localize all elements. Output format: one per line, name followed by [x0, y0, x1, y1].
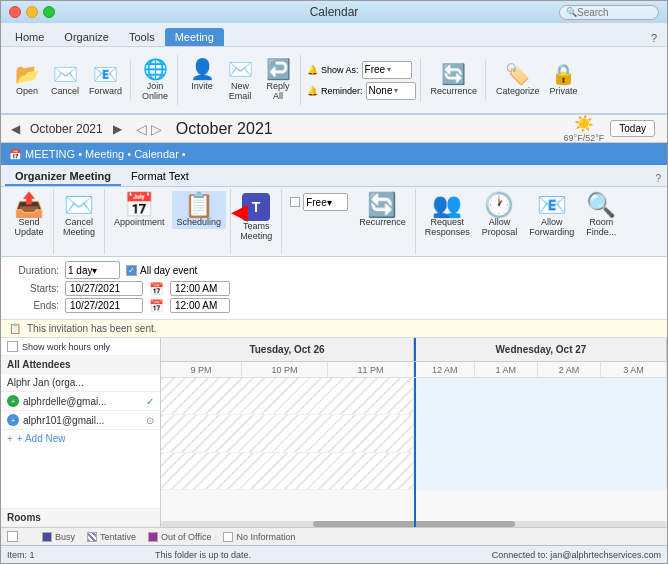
m-show-as-row: Free ▾ — [290, 193, 348, 211]
tab-tools[interactable]: Tools — [119, 28, 165, 46]
m-group-responses: 👥 RequestResponses 🕐 AllowProposal 📧 All… — [416, 189, 626, 254]
time-1am: 1 AM — [475, 362, 538, 377]
invite-icon: 👤 — [190, 59, 215, 79]
cancel-meeting-button[interactable]: ✉️ CancelMeeting — [58, 191, 100, 239]
close-button[interactable] — [9, 6, 21, 18]
m-group-views: 📅 Appointment 📋 Scheduling ◀ — [105, 189, 231, 254]
ends-date[interactable] — [65, 298, 143, 313]
scheduling-label: Scheduling — [177, 217, 222, 227]
work-hours-checkbox[interactable] — [7, 341, 18, 352]
tab-organize[interactable]: Organize — [54, 28, 119, 46]
ends-time[interactable] — [170, 298, 230, 313]
reminder-dropdown[interactable]: None ▾ — [366, 82, 416, 100]
tab-home[interactable]: Home — [5, 28, 54, 46]
calendar-nav: ◀ October 2021 ▶ ◁ ▷ October 2021 ☀️ 69°… — [1, 115, 667, 143]
allow-proposal-icon: 🕐 — [484, 193, 514, 217]
legend-noinfo: No Information — [223, 532, 295, 542]
reply-all-icon: ↩️ — [266, 59, 291, 79]
new-email-button[interactable]: ✉️ NewEmail — [222, 57, 258, 103]
time-3am: 3 AM — [601, 362, 667, 377]
show-as-arrow: ▾ — [387, 65, 391, 74]
starts-date[interactable] — [65, 281, 143, 296]
help-button[interactable]: ? — [645, 30, 663, 46]
invite-label: Invite — [191, 81, 213, 91]
invite-icon: 📋 — [9, 323, 21, 334]
sync-status: This folder is up to date. — [155, 550, 251, 560]
tab-organizer-meeting[interactable]: Organizer Meeting — [5, 168, 121, 186]
forward-button[interactable]: 📧 Forward — [85, 62, 126, 98]
show-as-dropdown[interactable]: Free ▾ — [362, 61, 412, 79]
allow-proposal-button[interactable]: 🕐 AllowProposal — [477, 191, 523, 239]
tab-meeting[interactable]: Meeting — [165, 28, 224, 46]
room-finder-button[interactable]: 🔍 RoomFinde... — [581, 191, 621, 239]
search-input[interactable] — [577, 7, 657, 18]
status-checkbox[interactable] — [7, 531, 18, 542]
tab-format-text[interactable]: Format Text — [121, 168, 199, 186]
private-icon: 🔒 — [551, 64, 576, 84]
join-online-button[interactable]: 🌐 JoinOnline — [137, 57, 173, 103]
open-label: Open — [16, 86, 38, 96]
allday-checkbox[interactable]: ✓ — [126, 265, 137, 276]
allday-label: All day event — [140, 265, 197, 276]
cal-month-small: October 2021 — [30, 122, 103, 136]
invite-button[interactable]: 👤 Invite — [184, 57, 220, 93]
invite-text: This invitation has been sent. — [27, 323, 157, 334]
add-new-button[interactable]: + + Add New — [1, 430, 160, 447]
private-button[interactable]: 🔒 Private — [546, 62, 582, 98]
status-legend: Busy Tentative Out of Office No Informat… — [42, 532, 295, 542]
recurrence-button[interactable]: 🔄 Recurrence — [427, 62, 482, 98]
row-left-2 — [161, 453, 414, 489]
m-show-as-dropdown[interactable]: Free ▾ — [303, 193, 348, 211]
ends-cal-icon[interactable]: 📅 — [149, 299, 164, 313]
minimize-button[interactable] — [26, 6, 38, 18]
nav-right-arrow[interactable]: ▷ — [151, 121, 162, 137]
search-icon: 🔍 — [566, 7, 577, 17]
cancel-meeting-icon: ✉️ — [64, 193, 94, 217]
timeline-header: Tuesday, Oct 26 Wednesday, Oct 27 — [161, 338, 667, 362]
today-button[interactable]: Today — [610, 120, 655, 137]
maximize-button[interactable] — [43, 6, 55, 18]
meeting-icon: 📅 — [9, 149, 21, 160]
nav-left-arrow[interactable]: ◁ — [136, 121, 147, 137]
send-update-button[interactable]: 📤 SendUpdate — [9, 191, 49, 239]
join-icon: 🌐 — [143, 59, 168, 79]
ribbon-group-recurrence: 🔄 Recurrence — [423, 60, 487, 100]
noinfo-label: No Information — [236, 532, 295, 542]
sun-icon: ☀️ — [574, 114, 594, 133]
forward-label: Forward — [89, 86, 122, 96]
time-10pm: 10 PM — [242, 362, 328, 377]
duration-value: 1 day — [68, 265, 92, 276]
cell-blue — [414, 378, 667, 414]
search-bar[interactable]: 🔍 — [559, 5, 659, 20]
allow-forwarding-button[interactable]: 📧 AllowForwarding — [524, 191, 579, 239]
recurrence-button-2[interactable]: 🔄 Recurrence — [354, 191, 411, 229]
attendee-row: + alphr101@gmail... ⊙ — [1, 411, 160, 430]
status-bar: Busy Tentative Out of Office No Informat… — [1, 527, 667, 545]
meeting-help-button[interactable]: ? — [649, 171, 667, 186]
row-left-1 — [161, 415, 414, 451]
request-responses-button[interactable]: 👥 RequestResponses — [420, 191, 475, 239]
nav-prev-button[interactable]: ◀ — [7, 120, 24, 138]
categorize-button[interactable]: 🏷️ Categorize — [492, 62, 544, 98]
avatar-1: + — [7, 395, 19, 407]
date-wed: Wednesday, Oct 27 — [414, 338, 667, 361]
show-as-label: Show As: — [321, 65, 359, 75]
reply-all-button[interactable]: ↩️ ReplyAll — [260, 57, 296, 103]
duration-dropdown[interactable]: 1 day ▾ — [65, 261, 120, 279]
private-label: Private — [550, 86, 578, 96]
appointment-label: Appointment — [114, 217, 165, 227]
appointment-button[interactable]: 📅 Appointment — [109, 191, 170, 229]
allday-check[interactable]: ✓ All day event — [126, 265, 197, 276]
cancel-button[interactable]: ✉️ Cancel — [47, 62, 83, 98]
request-responses-icon: 👥 — [432, 193, 462, 217]
date-tue: Tuesday, Oct 26 — [161, 338, 414, 361]
open-button[interactable]: 📂 Open — [9, 62, 45, 98]
teams-meeting-button[interactable]: T TeamsMeeting — [235, 191, 277, 243]
bottom-bar: Item: 1 This folder is up to date. Conne… — [1, 545, 667, 563]
starts-time[interactable] — [170, 281, 230, 296]
starts-cal-icon[interactable]: 📅 — [149, 282, 164, 296]
scheduling-button[interactable]: 📋 Scheduling ◀ — [172, 191, 227, 229]
nav-next-button[interactable]: ▶ — [109, 120, 126, 138]
busy-label: Busy — [55, 532, 75, 542]
options-icon-2[interactable]: ⊙ — [146, 415, 154, 426]
